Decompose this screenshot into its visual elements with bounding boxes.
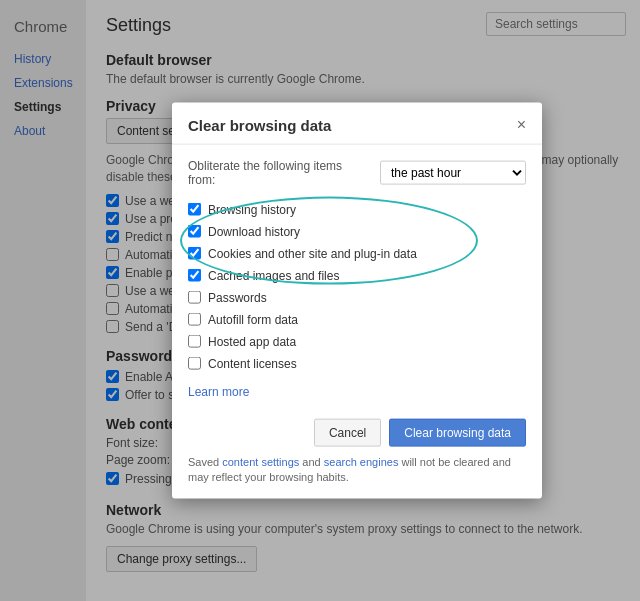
clear-data-button[interactable]: Clear browsing data xyxy=(389,418,526,446)
time-period-select[interactable]: the past hour the past day the past week… xyxy=(380,160,526,184)
modal-checkbox-browsing: Browsing history xyxy=(188,198,526,220)
modal-learn-more: Learn more xyxy=(188,384,526,398)
checkbox-cookies[interactable] xyxy=(188,247,201,260)
modal-body: Obliterate the following items from: the… xyxy=(172,144,542,408)
content-settings-link[interactable]: content settings xyxy=(222,455,299,467)
modal-checkbox-content-licenses: Content licenses xyxy=(188,352,526,374)
checkbox-autofill[interactable] xyxy=(188,313,201,326)
saved-note: Saved content settings and search engine… xyxy=(188,454,526,485)
modal-checkbox-hosted-app: Hosted app data xyxy=(188,330,526,352)
modal-header: Clear browsing data × xyxy=(172,102,542,144)
modal-title: Clear browsing data xyxy=(188,116,331,133)
modal-checkbox-cookies: Cookies and other site and plug-in data xyxy=(188,242,526,264)
clear-browsing-data-modal: Clear browsing data × Obliterate the fol… xyxy=(172,102,542,499)
modal-checkboxes: Browsing history Download history Cookie… xyxy=(188,198,526,374)
checkbox-download-history[interactable] xyxy=(188,225,201,238)
modal-learn-more-link[interactable]: Learn more xyxy=(188,384,249,398)
checkbox-passwords[interactable] xyxy=(188,291,201,304)
modal-checkbox-autofill: Autofill form data xyxy=(188,308,526,330)
obliterate-row: Obliterate the following items from: the… xyxy=(188,158,526,186)
checkbox-browsing-history[interactable] xyxy=(188,203,201,216)
search-engines-link[interactable]: search engines xyxy=(324,455,399,467)
checkbox-hosted-app[interactable] xyxy=(188,335,201,348)
modal-close-button[interactable]: × xyxy=(517,117,526,133)
modal-action-buttons: Cancel Clear browsing data xyxy=(188,418,526,446)
checkbox-cached-images[interactable] xyxy=(188,269,201,282)
modal-checkbox-passwords: Passwords xyxy=(188,286,526,308)
modal-checkbox-cached: Cached images and files xyxy=(188,264,526,286)
checkbox-content-licenses[interactable] xyxy=(188,357,201,370)
modal-checkbox-download: Download history xyxy=(188,220,526,242)
modal-footer: Cancel Clear browsing data Saved content… xyxy=(172,408,542,499)
obliterate-label: Obliterate the following items from: xyxy=(188,158,372,186)
cancel-button[interactable]: Cancel xyxy=(314,418,381,446)
